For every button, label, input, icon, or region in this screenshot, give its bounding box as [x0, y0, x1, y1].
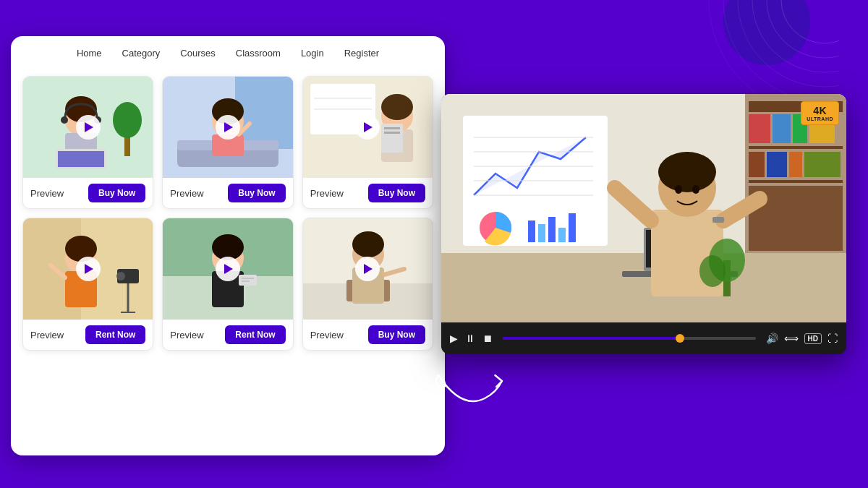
course-thumbnail-6: [303, 218, 433, 320]
svg-point-93: [675, 185, 682, 194]
svg-rect-97: [712, 217, 724, 223]
course-browser-panel: Home Category Courses Classroom Login Re…: [11, 36, 445, 455]
preview-link-6[interactable]: Preview: [310, 330, 344, 341]
thumb-bg-5: [163, 218, 292, 320]
svg-point-100: [699, 255, 726, 287]
svg-rect-81: [749, 152, 765, 177]
svg-rect-69: [528, 221, 535, 242]
svg-point-57: [352, 231, 384, 257]
svg-point-1: [767, 0, 839, 58]
expand-control[interactable]: ⟺: [784, 333, 799, 344]
buy-btn-1[interactable]: Buy Now: [88, 184, 145, 202]
preview-link-5[interactable]: Preview: [170, 330, 203, 341]
nav-bar: Home Category Courses Classroom Login Re…: [22, 48, 433, 64]
course-thumbnail-4: [23, 218, 153, 320]
svg-point-0: [781, 0, 839, 43]
card-actions-5: Preview Rent Now: [163, 320, 292, 350]
svg-point-30: [381, 94, 413, 120]
course-card-3: Preview Buy Now: [302, 76, 433, 209]
preview-link-3[interactable]: Preview: [310, 188, 344, 199]
svg-rect-72: [558, 228, 566, 242]
buy-btn-2[interactable]: Buy Now: [228, 184, 285, 202]
course-card-6: Preview Buy Now: [302, 218, 433, 351]
svg-point-4: [723, 0, 839, 101]
play-btn-6[interactable]: [355, 257, 380, 281]
svg-point-8: [113, 102, 142, 138]
4k-sub-label: ULTRAHD: [807, 116, 833, 121]
controls-right: 🔊 ⟺ HD ⛶: [766, 333, 838, 344]
rent-btn-4[interactable]: Rent Now: [85, 325, 145, 344]
course-card-5: Preview Rent Now: [162, 218, 293, 351]
svg-rect-76: [749, 114, 770, 143]
card-actions-3: Preview Buy Now: [303, 178, 433, 208]
nav-home[interactable]: Home: [77, 48, 102, 59]
hd-badge: HD: [804, 333, 822, 344]
buy-btn-3[interactable]: Buy Now: [368, 184, 425, 202]
svg-point-92: [658, 152, 716, 192]
thumb-bg-3: [303, 77, 433, 178]
video-player-panel: 4K ULTRAHD ▶ ⏸ ⏹ 🔊 ⟺ HD ⛶: [441, 94, 846, 354]
arrow-decoration: [427, 358, 514, 445]
card-actions-6: Preview Buy Now: [303, 320, 433, 350]
preview-link-4[interactable]: Preview: [30, 330, 64, 341]
play-btn-4[interactable]: [76, 257, 101, 281]
svg-rect-84: [804, 152, 841, 177]
rent-btn-5[interactable]: Rent Now: [225, 325, 285, 344]
nav-category[interactable]: Category: [122, 48, 161, 59]
svg-rect-73: [569, 213, 576, 242]
svg-rect-70: [538, 224, 545, 242]
svg-rect-77: [773, 114, 791, 143]
courses-grid: Preview Buy Now: [22, 76, 433, 351]
progress-dot: [676, 334, 684, 343]
nav-register[interactable]: Register: [344, 48, 379, 59]
play-btn-3[interactable]: [355, 115, 380, 140]
pause-control[interactable]: ⏸: [465, 333, 475, 344]
volume-control[interactable]: 🔊: [766, 333, 778, 344]
thumb-bg-4: [23, 218, 153, 320]
course-card-1: Preview Buy Now: [22, 76, 153, 209]
stop-control[interactable]: ⏹: [482, 333, 493, 344]
play-btn-1[interactable]: [76, 115, 101, 140]
svg-rect-33: [384, 132, 400, 134]
fullscreen-control[interactable]: ⛶: [827, 333, 838, 344]
course-thumbnail-1: [23, 77, 153, 178]
video-scene: [441, 94, 846, 322]
thumb-bg-1: [23, 77, 153, 178]
video-frame: 4K ULTRAHD: [441, 94, 846, 322]
svg-rect-83: [789, 152, 802, 177]
nav-courses[interactable]: Courses: [180, 48, 215, 59]
play-btn-5[interactable]: [216, 257, 240, 281]
svg-point-2: [752, 0, 839, 72]
thumb-bg-6: [303, 218, 433, 320]
svg-point-37: [116, 272, 125, 281]
nav-login[interactable]: Login: [301, 48, 324, 59]
course-thumbnail-2: [163, 77, 292, 178]
play-control[interactable]: ▶: [450, 333, 458, 344]
4k-label: 4K: [807, 105, 833, 116]
preview-link-2[interactable]: Preview: [170, 188, 203, 199]
video-controls: ▶ ⏸ ⏹ 🔊 ⟺ HD ⛶: [441, 322, 846, 354]
svg-point-12: [61, 116, 68, 124]
course-thumbnail-5: [163, 218, 292, 320]
svg-rect-32: [384, 127, 400, 129]
card-actions-1: Preview Buy Now: [23, 178, 153, 208]
svg-rect-49: [239, 275, 257, 286]
video-content: 4K ULTRAHD ▶ ⏸ ⏹ 🔊 ⟺ HD ⛶: [441, 94, 846, 354]
course-thumbnail-3: [303, 77, 433, 178]
preview-link-1[interactable]: Preview: [30, 188, 64, 199]
progress-fill: [503, 337, 680, 340]
svg-rect-80: [749, 146, 843, 149]
course-card-2: Preview Buy Now: [162, 76, 293, 209]
progress-bar[interactable]: [503, 337, 756, 340]
svg-rect-82: [767, 152, 787, 177]
thumb-bg-2: [163, 77, 292, 178]
card-actions-2: Preview Buy Now: [163, 178, 292, 208]
svg-point-94: [692, 185, 699, 194]
course-card-4: Preview Rent Now: [22, 218, 153, 351]
svg-rect-71: [548, 217, 556, 242]
4k-badge: 4K ULTRAHD: [801, 101, 839, 125]
svg-rect-15: [58, 151, 104, 167]
buy-btn-6[interactable]: Buy Now: [368, 325, 425, 344]
play-btn-2[interactable]: [216, 115, 240, 140]
nav-classroom[interactable]: Classroom: [236, 48, 281, 59]
